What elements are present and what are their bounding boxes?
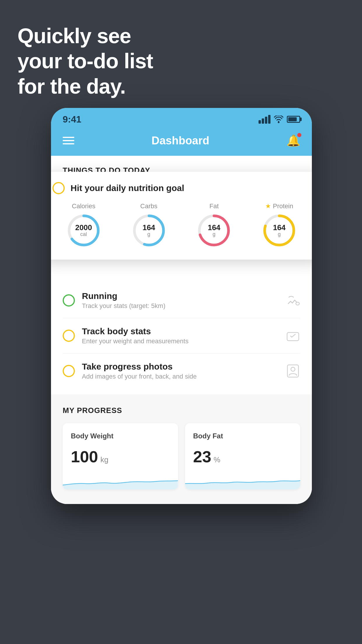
fat-unit: g (208, 231, 220, 237)
fat-circle: 164 g (196, 213, 231, 248)
body-fat-card[interactable]: Body Fat 23 % (185, 423, 301, 489)
svg-point-9 (296, 302, 299, 305)
progress-cards: Body Weight 100 kg Body Fat (63, 423, 300, 489)
calories-unit: cal (75, 231, 92, 237)
nutrition-check-circle[interactable] (52, 182, 65, 194)
body-stats-subtitle: Enter your weight and measurements (82, 337, 279, 345)
protein-circle: 164 g (262, 213, 297, 248)
body-stats-check[interactable] (63, 330, 75, 342)
todo-running[interactable]: Running Track your stats (target: 5km) (63, 283, 300, 318)
body-weight-value-row: 100 kg (71, 447, 170, 466)
todo-photos[interactable]: Take progress photos Add images of your … (63, 354, 300, 388)
protein-item: ★ Protein 164 g (262, 202, 297, 248)
nutrition-title: Hit your daily nutrition goal (71, 183, 184, 193)
todo-list: Running Track your stats (target: 5km) T… (51, 283, 312, 388)
nutrition-card: Hit your daily nutrition goal Calories (51, 172, 312, 260)
progress-section: MY PROGRESS Body Weight 100 kg (51, 394, 312, 504)
status-icons (259, 115, 300, 124)
svg-point-0 (278, 121, 280, 123)
todo-body-stats[interactable]: Track body stats Enter your weight and m… (63, 318, 300, 354)
running-title: Running (82, 291, 279, 301)
fat-item: Fat 164 g (196, 202, 231, 248)
body-stats-text: Track body stats Enter your weight and m… (82, 326, 279, 345)
notification-bell[interactable]: 🔔 (287, 134, 300, 147)
body-weight-card[interactable]: Body Weight 100 kg (63, 423, 178, 489)
running-text: Running Track your stats (target: 5km) (82, 291, 279, 310)
fat-label: Fat (209, 202, 219, 210)
photos-check[interactable] (63, 365, 75, 377)
svg-point-12 (291, 367, 295, 371)
running-icon (286, 293, 300, 308)
body-weight-wave (63, 472, 178, 489)
scale-icon (286, 328, 300, 343)
body-fat-value-row: 23 % (193, 447, 292, 466)
photos-title: Take progress photos (82, 362, 279, 372)
notification-dot (297, 133, 301, 137)
carbs-item: Carbs 164 g (131, 202, 166, 248)
person-icon (286, 364, 300, 378)
headline-line2: your to-do list (17, 48, 153, 74)
calories-circle: 2000 cal (66, 213, 101, 248)
headline-line1: Quickly see (17, 23, 153, 48)
carbs-value: 164 (143, 224, 155, 231)
app-header: Dashboard 🔔 (51, 128, 312, 156)
running-subtitle: Track your stats (target: 5km) (82, 302, 279, 310)
protein-value: 164 (273, 224, 285, 231)
calories-value: 2000 (75, 224, 92, 231)
header-title: Dashboard (152, 134, 209, 147)
body-weight-value: 100 (71, 447, 98, 466)
body-fat-unit: % (214, 455, 220, 464)
fat-value: 164 (208, 224, 220, 231)
body-stats-title: Track body stats (82, 326, 279, 336)
body-weight-card-title: Body Weight (71, 432, 170, 440)
running-check[interactable] (63, 294, 75, 307)
body-fat-value: 23 (193, 447, 211, 466)
photos-text: Take progress photos Add images of your … (82, 362, 279, 380)
content-area: THINGS TO DO TODAY Hit your daily nutrit… (51, 156, 312, 504)
battery-icon (287, 116, 300, 123)
nutrition-header: Hit your daily nutrition goal (52, 182, 310, 194)
status-bar: 9:41 (51, 108, 312, 128)
headline: Quickly see your to-do list for the day. (17, 23, 153, 99)
nutrition-row: Calories 2000 cal (52, 202, 310, 248)
photos-subtitle: Add images of your front, back, and side (82, 373, 279, 380)
carbs-unit: g (143, 231, 155, 237)
body-fat-wave (185, 472, 301, 489)
wifi-icon (274, 116, 283, 123)
carbs-label: Carbs (140, 202, 157, 210)
progress-title: MY PROGRESS (63, 406, 300, 415)
hamburger-menu[interactable] (63, 137, 74, 144)
signal-icon (259, 115, 270, 124)
status-time: 9:41 (63, 114, 81, 125)
calories-item: Calories 2000 cal (66, 202, 101, 248)
protein-label: ★ Protein (265, 202, 293, 210)
protein-unit: g (273, 231, 285, 237)
carbs-circle: 164 g (131, 213, 166, 248)
body-fat-card-title: Body Fat (193, 432, 292, 440)
headline-line3: for the day. (17, 74, 153, 99)
calories-label: Calories (72, 202, 96, 210)
phone-mockup: 9:41 Dashboard 🔔 (51, 108, 312, 504)
body-weight-unit: kg (100, 455, 108, 464)
